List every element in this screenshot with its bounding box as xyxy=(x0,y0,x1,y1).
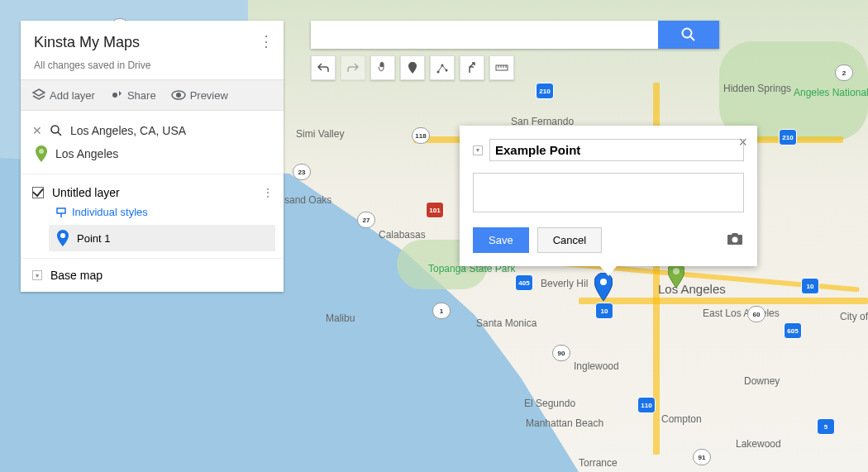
route-shield: 101 xyxy=(426,202,444,218)
marker-tool[interactable] xyxy=(400,55,425,80)
pin-icon xyxy=(57,230,69,246)
search-result-text[interactable]: Los Angeles, CA, USA xyxy=(70,124,186,137)
map-label: Manhattan Beach xyxy=(526,417,603,429)
map-label: Santa Monica xyxy=(476,317,537,329)
line-tool[interactable] xyxy=(430,55,455,80)
map-label: Angeles National Forest xyxy=(794,87,868,98)
route-shield: 210 xyxy=(536,83,554,99)
map-label: East Los Angeles xyxy=(703,308,780,319)
map-label: Hidden Springs xyxy=(723,83,791,94)
clear-search-icon[interactable]: ✕ xyxy=(32,124,42,137)
search-result-item[interactable]: Los Angeles xyxy=(55,147,118,160)
save-button[interactable]: Save xyxy=(473,227,529,253)
search-bar xyxy=(311,21,719,49)
svg-rect-8 xyxy=(57,208,65,213)
layer-item-point-1[interactable]: Point 1 xyxy=(49,225,275,251)
sidebar-menu-icon[interactable]: ⋮ xyxy=(259,32,274,50)
route-shield: 60 xyxy=(747,306,765,322)
add-layer-button[interactable]: Add layer xyxy=(32,88,95,102)
svg-point-10 xyxy=(60,233,65,238)
route-shield: 118 xyxy=(412,127,430,144)
point-description-input[interactable] xyxy=(473,173,744,212)
layer-visibility-checkbox[interactable] xyxy=(32,187,44,198)
redo-button[interactable] xyxy=(341,55,365,80)
map-title[interactable]: Kinsta My Maps xyxy=(34,34,270,51)
search-icon xyxy=(50,125,62,136)
map-label: El Segundo xyxy=(524,398,575,409)
edit-point-popup: × ▾ Save Cancel xyxy=(460,126,757,266)
close-icon[interactable]: × xyxy=(738,134,747,151)
measure-tool[interactable] xyxy=(489,55,514,80)
route-shield: 2 xyxy=(835,64,853,81)
map-label: Torrance xyxy=(579,457,618,469)
map-label: Beverly Hil xyxy=(541,278,588,289)
share-button[interactable]: Share xyxy=(110,88,156,102)
route-shield: 1 xyxy=(432,303,451,319)
route-shield: 10 xyxy=(595,303,613,319)
svg-point-21 xyxy=(732,236,738,242)
search-button[interactable] xyxy=(658,21,719,49)
route-shield: 90 xyxy=(552,345,570,361)
svg-line-6 xyxy=(58,132,61,136)
route-shield: 10 xyxy=(801,278,819,294)
route-shield: 605 xyxy=(784,322,802,339)
search-icon xyxy=(681,27,696,42)
search-input[interactable] xyxy=(311,21,658,49)
svg-point-5 xyxy=(51,126,59,133)
svg-point-11 xyxy=(683,29,692,38)
svg-point-7 xyxy=(39,149,44,154)
svg-line-12 xyxy=(691,37,695,41)
map-label: Malibu xyxy=(326,312,355,324)
layers-icon xyxy=(32,88,45,102)
svg-point-0 xyxy=(673,268,680,274)
route-shield: 91 xyxy=(693,449,711,465)
route-shield: 5 xyxy=(817,418,835,435)
svg-point-1 xyxy=(600,279,607,285)
paint-icon xyxy=(55,207,67,218)
map-label: Lakewood xyxy=(736,438,781,450)
base-map-button[interactable]: ▾ Base map xyxy=(21,258,284,292)
directions-tool[interactable] xyxy=(460,55,484,80)
save-status: All changes saved in Drive xyxy=(34,60,270,71)
eye-icon xyxy=(171,88,186,102)
svg-point-2 xyxy=(112,93,117,98)
style-dropdown-icon[interactable]: ▾ xyxy=(473,145,483,155)
sidebar-panel: Kinsta My Maps All changes saved in Driv… xyxy=(21,21,284,292)
layer-menu-icon[interactable]: ⋮ xyxy=(262,186,274,199)
preview-button[interactable]: Preview xyxy=(171,88,228,102)
pan-tool[interactable] xyxy=(370,55,395,80)
camera-icon[interactable] xyxy=(726,231,744,250)
map-label: Inglewood xyxy=(574,360,619,372)
pin-icon xyxy=(36,145,47,162)
map-toolbar xyxy=(311,55,514,80)
route-shield: 405 xyxy=(515,274,533,291)
undo-button[interactable] xyxy=(311,55,336,80)
chevron-down-icon: ▾ xyxy=(32,270,42,280)
map-label: Compton xyxy=(661,413,702,425)
map-label: Simi Valley xyxy=(296,128,344,140)
map-label: City of Indus xyxy=(840,311,868,322)
point-title-input[interactable] xyxy=(489,139,744,161)
map-label: sand Oaks xyxy=(284,194,331,206)
map-label: Downey xyxy=(744,375,780,387)
route-shield: 27 xyxy=(357,212,375,228)
map-label: Calabasas xyxy=(379,229,426,241)
route-shield: 210 xyxy=(779,129,797,145)
route-shield: 110 xyxy=(637,397,656,413)
share-icon xyxy=(110,88,123,102)
svg-point-4 xyxy=(176,93,181,98)
layer-name[interactable]: Untitled layer xyxy=(52,186,120,199)
point-1-pin[interactable] xyxy=(594,273,613,301)
route-shield: 23 xyxy=(293,164,311,180)
cancel-button[interactable]: Cancel xyxy=(537,227,602,253)
search-result-pin[interactable] xyxy=(668,263,684,288)
layer-styles-button[interactable]: Individual styles xyxy=(21,203,284,225)
